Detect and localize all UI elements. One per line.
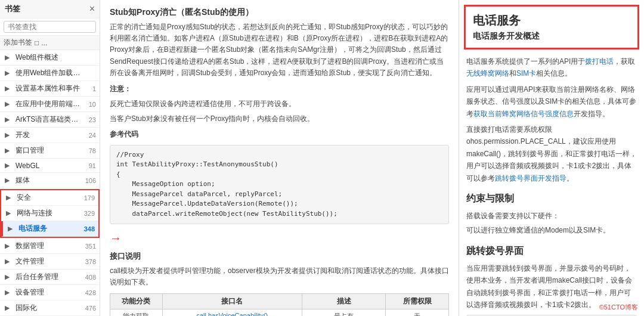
sidebar-item-count: 78	[84, 147, 96, 154]
sidebar-item-develop[interactable]: ▶ 开发 24	[0, 128, 100, 143]
add-bookmark-button[interactable]: 添加书签	[4, 38, 32, 48]
sidebar-item-webgl[interactable]: ▶ WebGL 91	[0, 159, 100, 173]
signal-link[interactable]: 获取当前蜂窝网络信号强度信息	[473, 110, 574, 118]
sidebar-item-window-management[interactable]: ▶ 窗口管理 78	[0, 143, 100, 159]
sidebar-item-data-management[interactable]: ▶ 数据管理 351	[0, 238, 100, 254]
right-hero: 电话服务 电话服务开发概述	[464, 5, 639, 49]
sidebar-highlight-group: ▶ 安全 179 ▶ 网络与连接 329 ▶ 电话服务 348	[0, 189, 100, 238]
sidebar-item-count: 179	[83, 194, 95, 202]
doc-ref-label: 参考代码	[110, 129, 449, 140]
sidebar-item-count: 408	[84, 274, 96, 281]
interface-desc: call模块为开发者提供呼叫管理功能，observer模块为开发者提供订阅和取消…	[110, 265, 449, 288]
sidebar-item-security[interactable]: ▶ 安全 179	[1, 190, 98, 206]
sidebar-item-label: ArkTS语言基础类库概述	[16, 114, 82, 125]
sidebar-item-count: 428	[84, 289, 96, 296]
sidebar-item-count: 351	[84, 243, 96, 250]
sidebar-item-label: 窗口管理	[16, 145, 82, 156]
table-header-perm: 所需权限	[386, 293, 449, 309]
sidebar-item-label: 设备管理	[16, 287, 82, 298]
sidebar-close-icon[interactable]: ×	[89, 4, 95, 14]
intro-paragraph: 电话服务系统提供了一系列的API用于拨打电话，获取无线蜂窝网络和SIM卡相关信息…	[466, 55, 637, 80]
table-cell-api: call.hasVoiceCapability()	[162, 309, 302, 316]
sidebar-item-label: 开发	[16, 130, 82, 140]
sidebar-item-label: 国际化	[16, 303, 82, 313]
right-content: 电话服务系统提供了一系列的API用于拨打电话，获取无线蜂窝网络和SIM卡相关信息…	[459, 52, 644, 316]
search-input[interactable]	[4, 21, 96, 33]
hero-subtitle: 电话服务开发概述	[473, 31, 630, 42]
red-arrow-icon: →	[110, 231, 122, 245]
constraint-detail: 可以进行独立蜂窝通信的Modem以及SIM卡。	[466, 224, 637, 236]
expand-icon: ▶	[5, 116, 13, 123]
bookmark-more-icon[interactable]: ...	[41, 39, 47, 47]
sidebar-item-count: 329	[83, 210, 95, 217]
sidebar-item-basic-events[interactable]: ▶ 设置基本属性和事件 1	[0, 81, 100, 97]
ref-label: 参考代码	[110, 130, 138, 138]
expand-icon: ▶	[8, 225, 16, 233]
sidebar-item-count: 348	[83, 225, 95, 233]
sidebar-toolbar: 添加书签 □ ...	[0, 36, 100, 50]
sidebar-item-label: 设置基本属性和事件	[16, 83, 82, 94]
doc-note-text2: 当客户Stub对象没有被任何一个Proxy指向时，内核会自动回收。	[110, 113, 449, 125]
sim-link[interactable]: SIM卡	[516, 69, 536, 78]
sidebar-item-task-management[interactable]: ▶ 后台任务管理 408	[0, 269, 100, 285]
sidebar-item-count: 106	[84, 177, 96, 184]
stub-proxy-title: Stub知Proxy消亡（匿名Stub的使用）	[110, 7, 449, 18]
sidebar-item-arkts-basic[interactable]: ▶ ArkTS语言基础类库概述 23	[0, 112, 100, 128]
hero-title: 电话服务	[473, 13, 630, 29]
constraint-title: 约束与限制	[466, 190, 637, 206]
table-header-desc: 描述	[302, 293, 386, 309]
doc-panel: Stub知Proxy消亡（匿名Stub的使用） 正常的消亡通知是Proxy感知S…	[100, 0, 459, 316]
redirect-paragraph: 当应用需要跳转到拨号界面，并显示拨号的号码时，使用本业务，当开发者调用makeC…	[466, 262, 637, 311]
sidebar-item-i18n[interactable]: ▶ 国际化 476	[0, 300, 100, 316]
sidebar-item-use-web-component[interactable]: ▶ 使用Web组件加载页面	[0, 66, 100, 81]
expand-icon: ▶	[5, 258, 13, 265]
table-cell-desc: 最占有音频通话功能	[302, 309, 386, 316]
table-row: 能力获取 call.hasVoiceCapability() 最占有音频通话功能…	[110, 309, 449, 316]
expand-icon: ▶	[5, 162, 13, 169]
expand-icon: ▶	[5, 304, 13, 312]
main-content: Stub知Proxy消亡（匿名Stub的使用） 正常的消亡通知是Proxy感知S…	[100, 0, 644, 316]
expand-icon: ▶	[6, 209, 14, 217]
sidebar-item-label: 在应用中使用前端页面JavaSci...	[16, 99, 82, 109]
sidebar-item-device-management[interactable]: ▶ 设备管理 428	[0, 285, 100, 300]
expand-icon: ▶	[5, 85, 13, 92]
interface-section: 接口说明 call模块为开发者提供呼叫管理功能，observer模块为开发者提供…	[110, 251, 449, 316]
sidebar-item-js-in-app[interactable]: ▶ 在应用中使用前端页面JavaSci... 10	[0, 97, 100, 112]
sidebar-item-label: 安全	[17, 193, 80, 203]
sidebar-item-web-component-overview[interactable]: ▶ Web组件概述	[0, 50, 100, 66]
sidebar-list: ▶ Web组件概述 ▶ 使用Web组件加载页面 ▶ 设置基本属性和事件 1 ▶ …	[0, 50, 100, 316]
expand-icon: ▶	[5, 273, 13, 281]
cellular-link[interactable]: 无线蜂窝网络	[466, 69, 509, 78]
dial-link[interactable]: 拨打电话	[585, 57, 614, 66]
redirect-link[interactable]: 跳转拨号界面开发指导	[495, 174, 566, 182]
sidebar-item-count: 378	[84, 258, 96, 265]
sidebar-header: 书签 ×	[0, 0, 100, 18]
sidebar-item-network[interactable]: ▶ 网络与连接 329	[1, 206, 98, 221]
sidebar-item-media[interactable]: ▶ 媒体 106	[0, 173, 100, 188]
doc-code-stub: //Proxy int TestAbilityProxy::TestAnonym…	[110, 145, 449, 225]
table-header-type: 功能分类	[110, 293, 163, 309]
sidebar-item-label: 电话服务	[18, 224, 80, 234]
sidebar-item-label: 网络与连接	[17, 208, 80, 218]
expand-icon: ▶	[5, 69, 13, 77]
expand-icon: ▶	[5, 54, 13, 61]
sidebar-item-count: 1	[84, 85, 96, 92]
doc-note-text1: 反死亡通知仅限设备内跨进程通信使用，不可用于跨设备。	[110, 98, 449, 110]
sidebar-item-count: 23	[84, 116, 96, 123]
api-link[interactable]: call.hasVoiceCapability()	[196, 312, 268, 316]
sidebar-item-file-management[interactable]: ▶ 文件管理 378	[0, 254, 100, 269]
sidebar-item-telephone[interactable]: ▶ 电话服务 348	[1, 221, 98, 237]
sidebar-item-label: 使用Web组件加载页面	[16, 68, 82, 78]
intro-paragraph2: 应用可以通过调用API来获取当前注册网络名称、网络服务状态、信号强度以及SIM卡…	[466, 83, 637, 120]
sidebar-title: 书签	[5, 4, 20, 14]
sidebar-item-count: 476	[84, 305, 96, 312]
table-header-api: 接口名	[162, 293, 302, 309]
api-table: 功能分类 接口名 描述 所需权限 能力获取 call.hasVoiceCapab…	[110, 293, 449, 316]
stub-proxy-section: Stub知Proxy消亡（匿名Stub的使用） 正常的消亡通知是Proxy感知S…	[110, 7, 449, 224]
bookmark-options-icon[interactable]: □	[35, 39, 39, 47]
sidebar-search	[0, 18, 100, 36]
call-paragraph: 直接拨打电话需要系统权限ohos.permission.PLACE_CALL，建…	[466, 123, 637, 184]
sidebar-item-label: WebGL	[16, 162, 82, 170]
sidebar: 书签 × 添加书签 □ ... ▶ Web组件概述 ▶ 使用Web组件加载页面 …	[0, 0, 100, 316]
table-cell-type: 能力获取	[110, 309, 163, 316]
